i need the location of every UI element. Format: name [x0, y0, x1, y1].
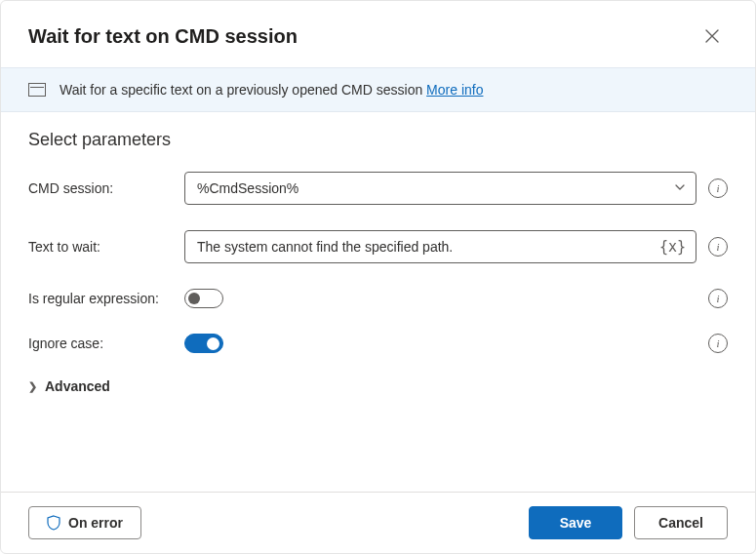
- titlebar: Wait for text on CMD session: [1, 1, 755, 67]
- cmd-icon: [28, 83, 46, 97]
- save-button[interactable]: Save: [529, 506, 622, 539]
- text-to-wait-value: The system cannot find the specified pat…: [197, 239, 453, 255]
- is-regex-label: Is regular expression:: [28, 291, 184, 306]
- info-icon[interactable]: i: [708, 178, 728, 198]
- on-error-label: On error: [68, 515, 123, 531]
- cmd-session-label: CMD session:: [28, 180, 184, 196]
- text-to-wait-label: Text to wait:: [28, 239, 184, 255]
- variable-icon[interactable]: {x}: [659, 238, 686, 256]
- field-text-to-wait: Text to wait: The system cannot find the…: [28, 230, 728, 263]
- field-cmd-session: CMD session: %CmdSession% i: [28, 172, 728, 205]
- on-error-button[interactable]: On error: [28, 506, 141, 539]
- footer: On error Save Cancel: [1, 492, 755, 553]
- section-title: Select parameters: [28, 130, 728, 150]
- cancel-button[interactable]: Cancel: [634, 506, 728, 539]
- dialog-title: Wait for text on CMD session: [28, 25, 298, 48]
- cmd-session-value: %CmdSession%: [197, 180, 298, 196]
- field-ignore-case: Ignore case: i: [28, 334, 728, 353]
- field-is-regex: Is regular expression: i: [28, 289, 728, 308]
- close-icon: [705, 29, 719, 43]
- is-regex-toggle[interactable]: [184, 289, 223, 308]
- advanced-expander[interactable]: ❯ Advanced: [28, 378, 728, 394]
- cmd-session-select[interactable]: %CmdSession%: [184, 172, 696, 205]
- info-icon[interactable]: i: [708, 237, 728, 257]
- save-label: Save: [560, 515, 592, 531]
- content-area: Select parameters CMD session: %CmdSessi…: [1, 112, 755, 492]
- close-button[interactable]: [696, 20, 728, 52]
- more-info-link[interactable]: More info: [426, 82, 483, 98]
- text-to-wait-input[interactable]: The system cannot find the specified pat…: [184, 230, 696, 263]
- chevron-down-icon: [674, 180, 686, 196]
- ignore-case-label: Ignore case:: [28, 336, 184, 351]
- info-banner: Wait for a specific text on a previously…: [1, 67, 755, 112]
- shield-icon: [47, 515, 60, 531]
- advanced-label: Advanced: [45, 378, 110, 394]
- cancel-label: Cancel: [658, 515, 703, 531]
- banner-text: Wait for a specific text on a previously…: [60, 82, 426, 98]
- ignore-case-toggle[interactable]: [184, 334, 223, 353]
- info-icon[interactable]: i: [708, 334, 728, 353]
- chevron-right-icon: ❯: [28, 380, 37, 393]
- info-icon[interactable]: i: [708, 289, 728, 308]
